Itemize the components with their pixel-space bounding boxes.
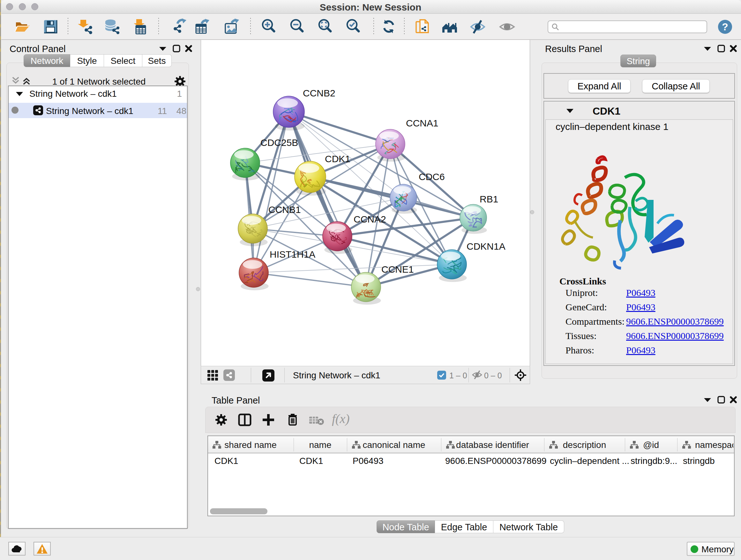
svg-text:CDKN1A: CDKN1A <box>467 241 506 252</box>
svg-text:RB1: RB1 <box>480 194 498 204</box>
svg-text:HIST1H1A: HIST1H1A <box>270 249 315 260</box>
svg-text:CCNA2: CCNA2 <box>354 214 386 225</box>
svg-text:CCNE1: CCNE1 <box>381 264 414 274</box>
svg-text:CDC25B: CDC25B <box>260 137 298 148</box>
svg-text:CCNA1: CCNA1 <box>406 118 439 128</box>
svg-text:CCNB1: CCNB1 <box>268 204 301 215</box>
svg-text:CCNB2: CCNB2 <box>303 88 335 98</box>
svg-text:CDK1: CDK1 <box>325 153 350 164</box>
svg-text:CDC6: CDC6 <box>419 172 445 182</box>
